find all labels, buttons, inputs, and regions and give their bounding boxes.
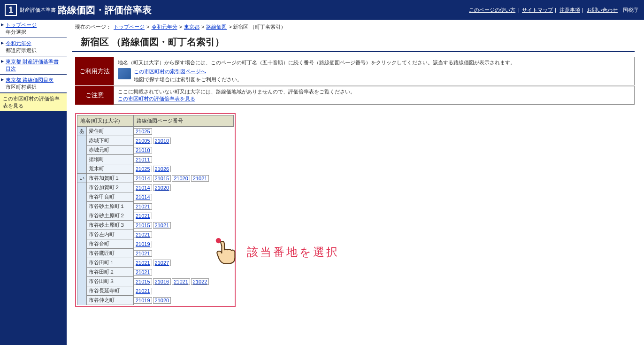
page-number-link[interactable]: 21015 [134,278,152,285]
table-row: 市谷砂土原町３2101521021 [77,221,234,230]
table-row: 市谷田町２21021 [77,268,234,277]
page-number-link[interactable]: 21021 [134,213,152,219]
place-name-cell: 市谷甲良町 [87,192,134,202]
page-links-cell: 21021 [134,211,234,221]
page-number-link[interactable]: 21027 [153,260,171,266]
table-row: 市谷台町21019 [77,239,234,249]
page-number-link[interactable]: 21014 [134,175,152,182]
page-links-cell: 21021 [134,230,234,239]
page-number-link[interactable]: 21019 [134,297,152,304]
info-note-body: ここに掲載されていない町又は大字には、路線価地域がありませんので、評価倍率表をご… [114,86,635,105]
breadcrumb-item-0[interactable]: トップページ [114,24,145,30]
page-links-cell: 2101521021 [134,221,234,230]
page-links-cell: 21021 [134,268,234,277]
place-name-cell: 市谷砂土原町２ [87,211,134,221]
sidebar-yellow-note[interactable]: この市区町村の評価倍率表を見る [0,93,67,111]
header-link-usage[interactable]: このページの使い方 [469,7,515,13]
page-number-link[interactable]: 21025 [134,128,152,135]
page-number-link[interactable]: 21015 [134,222,152,229]
sidebar-link-0[interactable]: トップページ [6,22,64,29]
page-number-link[interactable]: 21021 [172,278,190,285]
place-name-cell: 赤城下町 [87,136,134,146]
place-name-cell: 赤城元町 [87,146,134,155]
breadcrumb-item-2[interactable]: 東京都 [184,24,199,30]
page-number-link[interactable]: 21015 [153,175,171,182]
table-row: 市谷鷹匠町21021 [77,249,234,258]
kana-cell [77,296,87,305]
page-number-link[interactable]: 21014 [134,184,152,191]
place-name-cell: 揚場町 [87,155,134,164]
table-row: 市谷仲之町2101921020 [77,296,234,305]
page-links-cell: 2101921020 [134,296,234,305]
page-number-link[interactable]: 21021 [191,175,209,182]
table-row: 市谷田町３21015210162102121022 [77,277,234,286]
page-links-cell: 21010 [134,146,234,155]
map-thumbnail-icon[interactable] [118,68,131,79]
page-number-link[interactable]: 21022 [191,278,209,285]
info-usage-row: ご利用方法 地名（町又は大字）から探す場合には、このページの町丁名（五十音順）に… [75,57,635,85]
header-title: 路線価図・評価倍率表 [58,4,152,16]
page-number-link[interactable]: 21014 [134,194,152,200]
page-number-link[interactable]: 21020 [153,184,171,191]
header-link-notes[interactable]: 注意事項 [560,7,580,13]
kana-cell [77,136,87,146]
header-links: このページの使い方| サイトマップ| 注意事項| お問い合わせ 国税庁 [468,7,639,14]
sidebar-link-3[interactable]: 東京都 路線価図目次 [6,77,64,84]
page-number-link[interactable]: 21021 [134,288,152,294]
table-row: 市谷甲良町21014 [77,192,234,202]
info-note-text: ここに掲載されていない町又は大字には、路線価地域がありませんので、評価倍率表をご… [118,88,630,95]
main: 現在のページ： トップページ>令和元年分>東京都>路線価図>新宿区 （町丁名索引… [67,20,644,345]
page-number-link[interactable]: 21010 [134,147,152,153]
page-number-link[interactable]: 21020 [172,175,190,182]
page-links-cell: 21015210162102121022 [134,277,234,286]
info-note-label: ご注意 [75,86,114,105]
table-row: 赤城下町2100521010 [77,136,234,146]
header-link-sitemap[interactable]: サイトマップ [522,7,553,13]
kana-cell [77,192,87,202]
page-number-link[interactable]: 21021 [134,203,152,210]
kana-cell [77,202,87,211]
page-number-link[interactable]: 21016 [153,278,171,285]
header-link-contact[interactable]: お問い合わせ [587,7,618,13]
sidebar-sub-0: 年分選択 [6,29,26,35]
sidebar-item-1[interactable]: 令和元年分都道府県選択 [0,38,67,56]
sidebar-item-2[interactable]: 東京都 財産評価基準書目次 [0,56,67,75]
page-number-link[interactable]: 21021 [153,222,171,229]
kana-cell: あ [77,127,87,136]
page-number-link[interactable]: 21005 [134,138,152,144]
page-number-link[interactable]: 21010 [153,138,171,144]
header: 1 財産評価基準書 路線価図・評価倍率表 このページの使い方| サイトマップ| … [0,0,644,20]
info-usage-body: 地名（町又は大字）から探す場合には、このページの町丁名（五十音順）に続く番号（路… [114,57,635,85]
page-number-link[interactable]: 21025 [134,166,152,172]
header-link-nta[interactable]: 国税庁 [623,7,638,13]
table-row: 市谷長延寺町21021 [77,286,234,296]
sidebar-item-0[interactable]: トップページ年分選択 [0,20,67,38]
sidebar-link-2[interactable]: 東京都 財産評価基準書目次 [6,58,64,72]
table-row: 市谷左内町21021 [77,230,234,239]
page-number-link[interactable]: 21021 [134,231,152,238]
page-number-link[interactable]: 21011 [134,156,152,163]
page-number-link[interactable]: 21021 [134,260,152,266]
kana-cell [77,146,87,155]
page-number-link[interactable]: 21020 [153,297,171,304]
instruction-text: 該当番地を選択 [247,245,339,260]
kana-cell [77,211,87,221]
page-number-link[interactable]: 21019 [134,241,152,247]
table-highlight-box: 地名(町又は大字) 路線価図ページ番号 あ愛住町21025赤城下町2100521… [75,113,236,307]
sidebar-link-1[interactable]: 令和元年分 [6,40,64,47]
info-note-link[interactable]: この市区町村の評価倍率表を見る [118,96,195,101]
table-row: 市谷加賀町２2101421020 [77,183,234,192]
kana-cell [77,268,87,277]
place-name-cell: 市谷台町 [87,239,134,249]
info-usage-link[interactable]: この市区町村の索引図ページへ [134,68,242,75]
page-links-cell: 21021 [134,249,234,258]
kana-cell [77,239,87,249]
page-number-link[interactable]: 21021 [134,250,152,257]
page-links-cell: 21014210152102021021 [134,174,234,183]
page-number-link[interactable]: 21021 [134,269,152,276]
breadcrumb-item-1[interactable]: 令和元年分 [152,24,177,30]
breadcrumb-item-3[interactable]: 路線価図 [206,24,227,30]
sidebar-item-3[interactable]: 東京都 路線価図目次市区町村選択 [0,75,67,93]
page-number-link[interactable]: 21026 [153,166,171,172]
place-name-cell: 市谷長延寺町 [87,286,134,296]
